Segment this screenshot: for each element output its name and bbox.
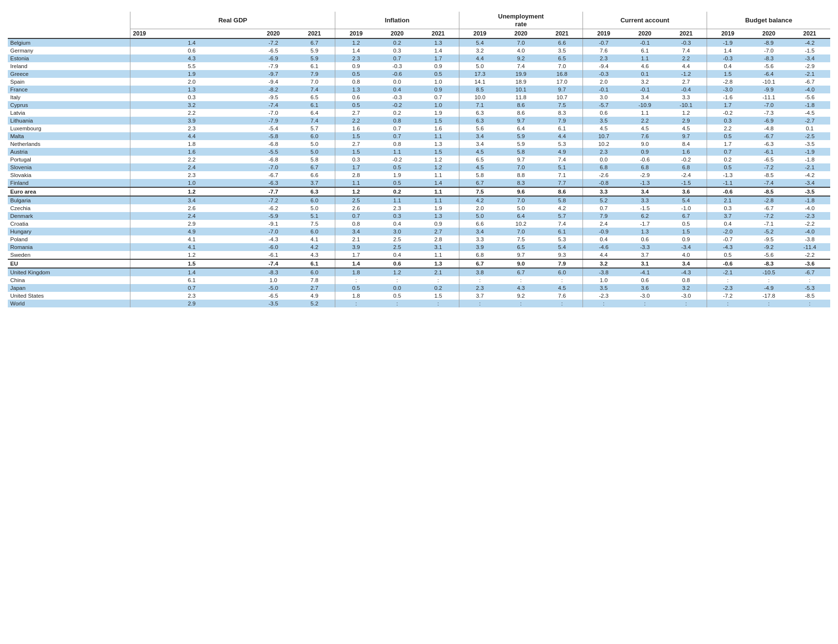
data-cell: 8.8 <box>500 171 541 179</box>
data-cell: 2.4 <box>130 212 253 220</box>
data-cell: -4.2 <box>789 171 830 179</box>
data-cell: -9.5 <box>253 93 294 101</box>
data-cell: -2.1 <box>789 163 830 171</box>
data-cell: -1.9 <box>707 38 748 47</box>
table-row: Luxembourg2.3-5.45.71.60.71.65.66.46.14.… <box>8 125 830 132</box>
data-cell: : <box>707 276 748 284</box>
country-name: Luxembourg <box>8 125 130 132</box>
data-cell: 9.7 <box>500 117 541 125</box>
data-cell: -7.9 <box>253 117 294 125</box>
data-cell: 2.5 <box>335 196 377 204</box>
data-cell: 1.0 <box>418 78 459 86</box>
data-cell: 5.5 <box>130 62 253 70</box>
data-cell: 14.1 <box>459 78 500 86</box>
data-cell: -8.3 <box>748 259 789 268</box>
data-cell: -1.9 <box>789 148 830 156</box>
data-cell: 0.5 <box>377 163 418 171</box>
data-cell: 3.5 <box>583 284 624 292</box>
data-cell: 6.8 <box>459 251 500 259</box>
data-cell: -7.2 <box>748 163 789 171</box>
data-cell: -6.8 <box>253 140 294 148</box>
data-cell: 5.0 <box>500 204 541 212</box>
data-cell: -7.0 <box>253 109 294 117</box>
data-cell: -8.9 <box>748 38 789 47</box>
data-cell: 6.7 <box>294 38 335 47</box>
country-name: Greece <box>8 70 130 78</box>
data-cell: 6.7 <box>665 212 707 220</box>
data-cell: 6.1 <box>294 101 335 109</box>
data-cell: -6.2 <box>253 204 294 212</box>
country-name: Slovakia <box>8 171 130 179</box>
data-cell: 3.7 <box>707 212 748 220</box>
data-cell: 4.0 <box>500 47 541 54</box>
data-cell: 2.7 <box>665 78 707 86</box>
data-cell: 7.9 <box>541 259 583 268</box>
data-cell: 3.3 <box>624 196 665 204</box>
data-cell: : <box>500 300 541 307</box>
data-cell: -2.3 <box>789 212 830 220</box>
data-cell: 4.1 <box>130 243 253 251</box>
data-cell: 7.6 <box>583 47 624 54</box>
current-account-header: Current account <box>583 12 707 29</box>
data-cell: 1.1 <box>377 148 418 156</box>
data-cell: 1.3 <box>418 212 459 220</box>
data-cell: 6.4 <box>500 212 541 220</box>
data-cell: -2.7 <box>789 117 830 125</box>
data-cell: 3.0 <box>583 93 624 101</box>
data-cell: 8.4 <box>665 140 707 148</box>
data-cell: -2.8 <box>748 196 789 204</box>
data-cell: 1.5 <box>418 148 459 156</box>
data-cell: 6.7 <box>459 179 500 187</box>
ca-2020: 2020 <box>624 29 665 39</box>
bb-2020: 2020 <box>748 29 789 39</box>
data-cell: 2.8 <box>335 171 377 179</box>
data-cell: 2.7 <box>418 228 459 235</box>
country-name: Denmark <box>8 212 130 220</box>
data-cell: -3.4 <box>665 243 707 251</box>
data-cell: 7.1 <box>459 101 500 109</box>
data-cell: 1.1 <box>377 196 418 204</box>
country-name: Poland <box>8 235 130 243</box>
data-cell: -0.8 <box>583 179 624 187</box>
data-cell: 5.2 <box>583 196 624 204</box>
data-cell: 7.0 <box>500 228 541 235</box>
data-cell: -9.5 <box>748 235 789 243</box>
data-cell: 1.1 <box>418 251 459 259</box>
data-cell: 6.3 <box>459 109 500 117</box>
inflation-header: Inflation <box>335 12 459 29</box>
data-cell: 7.4 <box>294 86 335 93</box>
data-cell: : <box>377 300 418 307</box>
country-name: Croatia <box>8 220 130 228</box>
data-cell: 11.8 <box>500 93 541 101</box>
table-row: Portugal2.2-6.85.80.3-0.21.26.59.77.40.0… <box>8 156 830 163</box>
data-cell: 3.4 <box>130 196 253 204</box>
data-cell: -0.4 <box>665 86 707 93</box>
data-cell: -6.0 <box>253 243 294 251</box>
data-cell: -1.1 <box>707 179 748 187</box>
data-cell: -0.2 <box>377 101 418 109</box>
data-cell: 2.3 <box>583 148 624 156</box>
data-cell: 8.3 <box>500 179 541 187</box>
data-cell: 0.2 <box>418 284 459 292</box>
data-cell: 5.6 <box>459 125 500 132</box>
data-cell: -5.2 <box>748 228 789 235</box>
data-cell: -7.4 <box>748 179 789 187</box>
table-row: China6.11.07.8::::::1.00.60.8::: <box>8 276 830 284</box>
data-cell: 10.2 <box>583 140 624 148</box>
data-cell: -1.8 <box>789 156 830 163</box>
data-cell: : <box>459 276 500 284</box>
data-cell: 0.2 <box>377 187 418 196</box>
table-row: Poland4.1-4.34.12.12.52.83.37.55.30.40.6… <box>8 235 830 243</box>
data-cell: 0.9 <box>418 86 459 93</box>
data-cell: -1.5 <box>665 179 707 187</box>
data-cell: -4.6 <box>583 243 624 251</box>
data-cell: 1.6 <box>665 148 707 156</box>
data-cell: 8.6 <box>500 109 541 117</box>
data-cell: 1.5 <box>707 70 748 78</box>
country-name: World <box>8 300 130 307</box>
data-cell: 3.2 <box>624 78 665 86</box>
data-cell: 1.1 <box>418 196 459 204</box>
country-name: Czechia <box>8 204 130 212</box>
country-name: Italy <box>8 93 130 101</box>
data-cell: 6.6 <box>541 38 583 47</box>
